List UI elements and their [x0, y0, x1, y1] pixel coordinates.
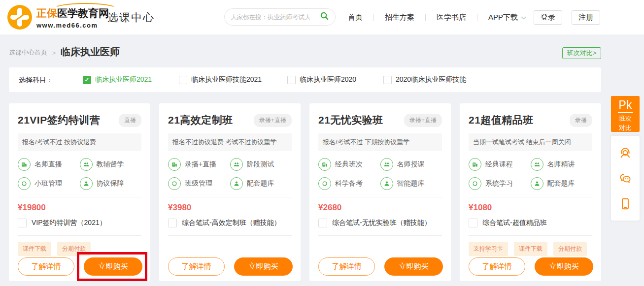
- search-icon[interactable]: [320, 11, 329, 23]
- course-price: ¥2680: [318, 203, 341, 213]
- header: 正保医学教育网 www.med66.com 选课中心 首页 招生方案 医学书店 …: [0, 0, 644, 34]
- checkbox-checked[interactable]: [83, 76, 91, 84]
- checkbox-unchecked[interactable]: [168, 219, 177, 227]
- tag: 课件下载: [514, 242, 547, 256]
- course-title: 21高效定制班: [168, 113, 233, 127]
- course-option[interactable]: 综合笔试-高效定制班（赠技能）: [168, 219, 281, 227]
- course-option[interactable]: 综合笔试-无忧实验班（赠技能）: [318, 219, 431, 227]
- team-icon: [531, 158, 543, 171]
- mobile-icon[interactable]: [618, 196, 633, 211]
- nav-divider: [477, 14, 477, 21]
- nav-item-home[interactable]: 首页: [348, 13, 363, 22]
- subject-filter-bar: 选择科目： 临床执业医师2021 临床执业医师技能2021 临床执业医师2020…: [9, 67, 601, 92]
- class-compare-button[interactable]: 班次对比>: [562, 47, 601, 59]
- pk-compare-button[interactable]: Pk 班次 对比: [611, 96, 640, 132]
- course-badge: 录播+直播: [254, 114, 292, 127]
- feature-list: 经典课程 名师精讲 系统学习 配套题库: [460, 151, 601, 190]
- search-input[interactable]: [231, 14, 310, 21]
- main-nav: 首页 招生方案 医学书店 APP下载: [348, 0, 524, 34]
- brand-text: 正保医学教育网 www.med66.com: [36, 6, 115, 29]
- buy-button[interactable]: 立即购买: [535, 257, 593, 276]
- course-card: 21超值精品班 录播 当期一试笔试考试 结束后一周关闭 经典课程 名师精讲 系统…: [460, 103, 601, 281]
- building-icon: [318, 158, 331, 171]
- filter-label: 选择科目：: [19, 76, 53, 85]
- team-icon: [380, 158, 393, 171]
- detail-button[interactable]: 了解详情: [168, 257, 225, 276]
- breadcrumb-root-link[interactable]: 选课中心首页: [9, 48, 47, 59]
- course-title: 21超值精品班: [469, 113, 534, 127]
- course-policy: 报名/考试不过 按协议退费: [18, 133, 141, 151]
- course-option[interactable]: 综合笔试-超值精品班: [469, 219, 547, 227]
- buy-button[interactable]: 立即购买: [84, 257, 142, 276]
- checkbox-unchecked[interactable]: [18, 219, 27, 227]
- brand-website: www.med66.com: [36, 22, 115, 29]
- divider: [469, 197, 592, 197]
- feature-list: 名师直播 教辅督学 小班管理 协议保障: [9, 151, 150, 190]
- tag: 分期付款: [57, 242, 91, 256]
- filter-option-skill-2020[interactable]: 2020临床执业医师技能: [383, 75, 466, 84]
- detail-button[interactable]: 了解详情: [469, 257, 525, 276]
- pk-line1: 班次: [619, 114, 632, 123]
- page-title: 选课中心: [107, 10, 155, 25]
- checkbox-unchecked[interactable]: [318, 219, 327, 227]
- building-icon: [18, 158, 31, 171]
- buy-button[interactable]: 立即购买: [384, 257, 443, 276]
- course-badge: 录播: [570, 114, 592, 127]
- feature-list: 经典班次 名师授课 科学备考 智能题库: [309, 151, 451, 190]
- checkbox-unchecked[interactable]: [469, 219, 477, 227]
- person-icon: [230, 177, 243, 190]
- tag: 课件下载: [18, 242, 51, 256]
- floating-toolbar: [611, 136, 640, 221]
- divider: [168, 197, 292, 197]
- course-title: 21无忧实验班: [318, 113, 383, 127]
- detail-button[interactable]: 了解详情: [18, 257, 74, 276]
- person-icon: [80, 177, 93, 190]
- filter-option-clinical-2020[interactable]: 临床执业医师2020: [287, 75, 356, 84]
- course-card: 21高效定制班 录播+直播 报名不过协议退费 考试不过协议重学 录播+直播 阶段…: [159, 103, 301, 281]
- checkbox-unchecked[interactable]: [287, 76, 296, 84]
- filter-option-skill-2021[interactable]: 临床执业医师技能2021: [179, 75, 262, 84]
- course-policy: 当期一试笔试考试 结束后一周关闭: [469, 133, 592, 151]
- wechat-icon[interactable]: [618, 171, 633, 186]
- course-option[interactable]: VIP签约特训营（2021）: [18, 219, 106, 227]
- checkbox-unchecked[interactable]: [179, 76, 187, 84]
- nav-item-app-download[interactable]: APP下载: [488, 13, 524, 22]
- tag: 支持学习卡: [469, 242, 508, 256]
- filter-option-clinical-2021[interactable]: 临床执业医师2021: [83, 75, 152, 84]
- pk-label: Pk: [618, 99, 633, 113]
- divider: [18, 197, 141, 197]
- search-box: [224, 8, 336, 26]
- site-logo[interactable]: [7, 4, 33, 32]
- logo-cross-icon: [7, 4, 33, 32]
- building-icon: [168, 158, 181, 171]
- detail-button[interactable]: 了解详情: [318, 257, 375, 276]
- nav-divider: [425, 14, 426, 21]
- customer-service-icon[interactable]: [618, 145, 633, 160]
- breadcrumb: 选课中心首页 > 临床执业医师: [9, 45, 120, 59]
- sync-icon: [318, 177, 331, 190]
- person-icon: [380, 177, 393, 190]
- buy-button[interactable]: 立即购买: [234, 257, 293, 276]
- tag-list: 课件下载 分期付款: [18, 242, 97, 256]
- feature-list: 录播+直播 阶段测试 班级管理 配套题库: [159, 151, 301, 190]
- chevron-down-icon: [521, 14, 526, 19]
- course-price: ¥1080: [469, 203, 492, 213]
- breadcrumb-current: 临床执业医师: [61, 45, 120, 59]
- divider: [18, 235, 141, 236]
- sync-icon: [18, 177, 31, 190]
- nav-item-bookstore[interactable]: 医学书店: [437, 13, 466, 22]
- building-icon: [469, 158, 481, 171]
- divider: [318, 235, 442, 236]
- breadcrumb-separator: >: [52, 50, 56, 59]
- nav-item-enroll-plans[interactable]: 招生方案: [385, 13, 414, 22]
- checkbox-unchecked[interactable]: [383, 76, 392, 84]
- tag: 分期付款: [553, 242, 587, 256]
- login-button[interactable]: 登录: [534, 10, 562, 25]
- divider: [318, 197, 442, 197]
- person-icon: [531, 177, 543, 190]
- course-card: 21VIP签约特训营 直播 报名/考试不过 按协议退费 名师直播 教辅督学 小班…: [9, 103, 150, 281]
- register-button[interactable]: 注册: [572, 10, 600, 25]
- pk-line2: 对比: [619, 124, 632, 132]
- course-badge: 录播+直播: [404, 114, 442, 127]
- course-price: ¥3980: [168, 203, 191, 213]
